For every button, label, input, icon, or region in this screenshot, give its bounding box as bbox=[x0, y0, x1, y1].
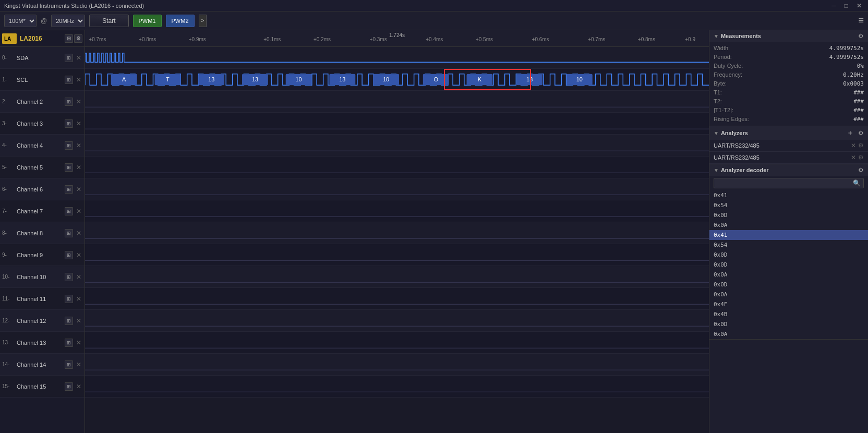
channel-close-10[interactable]: ✕ bbox=[75, 273, 82, 281]
channel-close-8[interactable]: ✕ bbox=[75, 230, 82, 237]
channel-config-11[interactable]: ⊞ bbox=[65, 295, 73, 303]
channel-config-12[interactable]: ⊞ bbox=[65, 317, 73, 325]
channel-close-6[interactable]: ✕ bbox=[75, 186, 82, 193]
svg-text:A: A bbox=[122, 77, 126, 83]
time-marker-0: +0.7ms bbox=[89, 37, 106, 42]
pwm2-button[interactable]: PWM2 bbox=[166, 15, 195, 27]
decoder-item-9[interactable]: 0x0D bbox=[709, 280, 868, 290]
channel-close-3[interactable]: ✕ bbox=[75, 120, 82, 127]
decoder-item-14[interactable]: 0x0A bbox=[709, 329, 868, 339]
meas-duty-label: Duty Cycle: bbox=[714, 63, 743, 69]
channel-close-9[interactable]: ✕ bbox=[75, 251, 82, 259]
time-marker-4: +0.2ms bbox=[314, 37, 331, 42]
meas-duty-row: Duty Cycle: 0% bbox=[714, 62, 864, 70]
decoder-item-4[interactable]: 0x41 bbox=[709, 230, 868, 240]
channel-close-1[interactable]: ✕ bbox=[75, 76, 82, 83]
decoder-item-2[interactable]: 0x0D bbox=[709, 210, 868, 220]
minimize-button[interactable]: ─ bbox=[829, 2, 838, 9]
decoder-header[interactable]: ▼ Analyzer decoder ⚙ bbox=[709, 164, 868, 176]
channel-close-7[interactable]: ✕ bbox=[75, 208, 82, 215]
channel-config-7[interactable]: ⊞ bbox=[65, 207, 73, 215]
channel-config-5[interactable]: ⊞ bbox=[65, 163, 73, 172]
waveform-area[interactable]: 1.724s +0.7ms+0.8ms+0.9ms+0.1ms+0.2ms+0.… bbox=[85, 30, 709, 433]
measurements-settings-icon[interactable]: ⚙ bbox=[858, 32, 864, 40]
channel-config-4[interactable]: ⊞ bbox=[65, 141, 73, 150]
measurements-collapse-icon: ▼ bbox=[714, 33, 719, 39]
channel-num-2: 2- bbox=[2, 99, 15, 104]
time-marker-5: +0.3ms bbox=[370, 37, 387, 42]
analyzer-gear-1[interactable]: ⚙ bbox=[858, 154, 864, 161]
meas-t1t2-label: |T1-T2|: bbox=[714, 107, 733, 114]
analyzer-close-1[interactable]: ✕ bbox=[851, 154, 856, 161]
channel-close-5[interactable]: ✕ bbox=[75, 164, 82, 171]
channel-config-6[interactable]: ⊞ bbox=[65, 185, 73, 194]
titlebar-controls: ─ □ ✕ bbox=[829, 2, 864, 9]
channel-close-15[interactable]: ✕ bbox=[75, 383, 82, 390]
meas-t2-value: ### bbox=[853, 98, 864, 105]
svg-text:10: 10 bbox=[383, 77, 389, 83]
pwm1-button[interactable]: PWM1 bbox=[133, 15, 162, 27]
decoder-list: 0x410x540x0D0x0A0x410x540x0D0x0D0x0A0x0D… bbox=[709, 190, 868, 339]
start-button[interactable]: Start bbox=[89, 15, 128, 27]
meas-rising-label: Rising Edges: bbox=[714, 116, 749, 123]
waveform-row-2 bbox=[85, 91, 709, 113]
waveform-row-14 bbox=[85, 354, 709, 376]
channel-config-0[interactable]: ⊞ bbox=[65, 54, 73, 62]
decoder-item-1[interactable]: 0x54 bbox=[709, 200, 868, 210]
waveform-row-12 bbox=[85, 310, 709, 332]
analyzers-settings-icon[interactable]: ⚙ bbox=[858, 129, 864, 137]
channel-panel: LA LA2016 ⊞ ⚙ 0- SDA ⊞ ✕ 1- SCL ⊞ ✕ 2- C… bbox=[0, 30, 85, 433]
channel-close-2[interactable]: ✕ bbox=[75, 98, 82, 105]
channel-close-12[interactable]: ✕ bbox=[75, 317, 82, 324]
logo-gear-button[interactable]: ⚙ bbox=[74, 34, 82, 43]
meas-t2-row: T2: ### bbox=[714, 97, 864, 106]
hamburger-button[interactable]: ≡ bbox=[858, 15, 864, 26]
channel-close-11[interactable]: ✕ bbox=[75, 295, 82, 303]
decoder-search-input[interactable] bbox=[714, 178, 864, 188]
waveform-row-9 bbox=[85, 244, 709, 266]
channel-close-13[interactable]: ✕ bbox=[75, 339, 82, 346]
channel-close-0[interactable]: ✕ bbox=[75, 54, 82, 62]
decoder-item-8[interactable]: 0x0A bbox=[709, 270, 868, 280]
decoder-item-3[interactable]: 0x0A bbox=[709, 220, 868, 230]
pwm-arrow-button[interactable]: > bbox=[199, 15, 207, 27]
channel-config-8[interactable]: ⊞ bbox=[65, 229, 73, 237]
channel-num-7: 7- bbox=[2, 208, 15, 214]
channel-config-1[interactable]: ⊞ bbox=[65, 76, 73, 84]
channel-config-14[interactable]: ⊞ bbox=[65, 360, 73, 369]
decoder-item-12[interactable]: 0x4B bbox=[709, 309, 868, 319]
analyzers-add-button[interactable]: ＋ bbox=[845, 128, 856, 138]
channel-config-9[interactable]: ⊞ bbox=[65, 251, 73, 259]
close-button[interactable]: ✕ bbox=[854, 2, 864, 9]
time-ruler: 1.724s +0.7ms+0.8ms+0.9ms+0.1ms+0.2ms+0.… bbox=[85, 30, 709, 47]
waveform-row-13 bbox=[85, 332, 709, 354]
channel-num-5: 5- bbox=[2, 164, 15, 170]
time-marker-2: +0.9ms bbox=[189, 37, 206, 42]
channel-config-10[interactable]: ⊞ bbox=[65, 273, 73, 281]
measurements-header[interactable]: ▼ Measurements ⚙ bbox=[709, 30, 868, 42]
decoder-item-10[interactable]: 0x0A bbox=[709, 290, 868, 299]
channel-config-2[interactable]: ⊞ bbox=[65, 98, 73, 106]
frequency-dropdown[interactable]: 20MHz bbox=[51, 15, 85, 27]
channel-config-15[interactable]: ⊞ bbox=[65, 382, 73, 391]
channel-config-3[interactable]: ⊞ bbox=[65, 119, 73, 128]
channel-close-14[interactable]: ✕ bbox=[75, 361, 82, 368]
decoder-item-11[interactable]: 0x4F bbox=[709, 299, 868, 309]
channel-config-13[interactable]: ⊞ bbox=[65, 339, 73, 347]
analyzer-close-0[interactable]: ✕ bbox=[851, 142, 856, 149]
analyzers-header[interactable]: ▼ Analyzers ＋ ⚙ bbox=[709, 126, 868, 140]
decoder-item-7[interactable]: 0x0D bbox=[709, 260, 868, 270]
sample-rate-dropdown[interactable]: 100M* bbox=[4, 15, 37, 27]
decoder-item-5[interactable]: 0x54 bbox=[709, 240, 868, 250]
decoder-item-0[interactable]: 0x41 bbox=[709, 190, 868, 200]
channel-name-14: Channel 14 bbox=[17, 362, 63, 368]
logo-grid-button[interactable]: ⊞ bbox=[65, 34, 73, 43]
channel-close-4[interactable]: ✕ bbox=[75, 142, 82, 149]
decoder-item-13[interactable]: 0x0D bbox=[709, 319, 868, 329]
decoder-item-6[interactable]: 0x0D bbox=[709, 250, 868, 260]
meas-period-value: 4.9999752s bbox=[829, 54, 864, 61]
meas-width-value: 4.9999752s bbox=[829, 45, 864, 52]
maximize-button[interactable]: □ bbox=[842, 2, 850, 9]
decoder-settings-icon[interactable]: ⚙ bbox=[858, 166, 864, 174]
analyzer-gear-0[interactable]: ⚙ bbox=[858, 142, 864, 149]
